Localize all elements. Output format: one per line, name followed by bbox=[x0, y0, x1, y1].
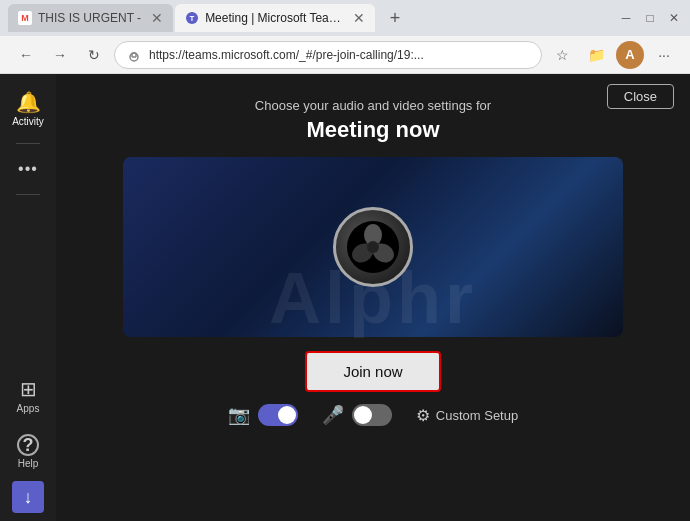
tab-gmail[interactable]: M THIS IS URGENT - ✕ bbox=[8, 4, 173, 32]
lock-icon bbox=[127, 48, 141, 62]
sidebar-divider-2 bbox=[16, 194, 40, 195]
download-button[interactable]: ↓ bbox=[12, 481, 44, 513]
activity-label: Activity bbox=[12, 116, 44, 127]
url-text: https://teams.microsoft.com/_#/pre-join-… bbox=[149, 48, 529, 62]
custom-setup-label: Custom Setup bbox=[436, 408, 518, 423]
apps-icon: ⊞ bbox=[20, 377, 37, 401]
obs-logo bbox=[333, 207, 413, 287]
download-icon: ↓ bbox=[24, 487, 33, 508]
mic-toggle-group: 🎤 bbox=[322, 404, 392, 426]
help-label: Help bbox=[18, 458, 39, 469]
custom-setup-button[interactable]: ⚙ Custom Setup bbox=[416, 406, 518, 425]
tab-teams[interactable]: T Meeting | Microsoft Teams ✕ bbox=[175, 4, 375, 32]
refresh-button[interactable]: ↻ bbox=[80, 41, 108, 69]
window-controls: ─ □ ✕ bbox=[618, 10, 682, 26]
collections-button[interactable]: 📁 bbox=[582, 41, 610, 69]
teams-content: Alphr Close Choose your audio and video … bbox=[56, 74, 690, 521]
gmail-favicon: M bbox=[18, 11, 32, 25]
camera-icon: 📷 bbox=[228, 404, 250, 426]
minimize-button[interactable]: ─ bbox=[618, 10, 634, 26]
camera-toggle[interactable] bbox=[258, 404, 298, 426]
mic-icon: 🎤 bbox=[322, 404, 344, 426]
sidebar-item-more[interactable]: ••• bbox=[4, 152, 52, 186]
meeting-title: Meeting now bbox=[306, 117, 439, 143]
tab-gmail-label: THIS IS URGENT - bbox=[38, 11, 141, 25]
teams-favicon: T bbox=[185, 11, 199, 25]
svg-text:T: T bbox=[190, 14, 195, 23]
activity-icon: 🔔 bbox=[16, 90, 41, 114]
tab-gmail-close[interactable]: ✕ bbox=[151, 10, 163, 26]
sidebar-bottom: ⊞ Apps ? Help ↓ bbox=[4, 369, 52, 513]
sidebar-item-activity[interactable]: 🔔 Activity bbox=[4, 82, 52, 135]
close-button[interactable]: Close bbox=[607, 84, 674, 109]
pre-join-screen: Alphr Close Choose your audio and video … bbox=[56, 74, 690, 521]
sidebar-item-help[interactable]: ? Help bbox=[4, 426, 52, 477]
new-tab-button[interactable]: + bbox=[381, 4, 409, 32]
sidebar-item-apps[interactable]: ⊞ Apps bbox=[4, 369, 52, 422]
prejoin-subtitle: Choose your audio and video settings for bbox=[255, 98, 491, 113]
help-icon: ? bbox=[17, 434, 39, 456]
camera-toggle-group: 📷 bbox=[228, 404, 298, 426]
join-now-button[interactable]: Join now bbox=[305, 351, 440, 392]
teams-sidebar: 🔔 Activity ••• ⊞ Apps ? Help ↓ bbox=[0, 74, 56, 521]
tab-bar: M THIS IS URGENT - ✕ T Meeting | Microso… bbox=[0, 0, 690, 36]
controls-bar: 📷 🎤 ⚙ Cust bbox=[123, 392, 623, 442]
address-bar[interactable]: https://teams.microsoft.com/_#/pre-join-… bbox=[114, 41, 542, 69]
more-button[interactable]: ··· bbox=[650, 41, 678, 69]
nav-bar: ← → ↻ https://teams.microsoft.com/_#/pre… bbox=[0, 36, 690, 74]
svg-point-8 bbox=[367, 241, 379, 253]
gear-icon: ⚙ bbox=[416, 406, 430, 425]
main-area: 🔔 Activity ••• ⊞ Apps ? Help ↓ bbox=[0, 74, 690, 521]
apps-label: Apps bbox=[17, 403, 40, 414]
video-preview bbox=[123, 157, 623, 337]
video-preview-wrapper: Choose your audio and video settings for… bbox=[56, 74, 690, 521]
sidebar-divider bbox=[16, 143, 40, 144]
close-window-button[interactable]: ✕ bbox=[666, 10, 682, 26]
forward-button[interactable]: → bbox=[46, 41, 74, 69]
tab-teams-close[interactable]: ✕ bbox=[353, 10, 365, 26]
mic-toggle-knob bbox=[354, 406, 372, 424]
mic-toggle[interactable] bbox=[352, 404, 392, 426]
profile-button[interactable]: A bbox=[616, 41, 644, 69]
more-icon: ••• bbox=[18, 160, 38, 178]
browser-window: M THIS IS URGENT - ✕ T Meeting | Microso… bbox=[0, 0, 690, 521]
favorites-button[interactable]: ☆ bbox=[548, 41, 576, 69]
back-button[interactable]: ← bbox=[12, 41, 40, 69]
camera-toggle-knob bbox=[278, 406, 296, 424]
svg-rect-3 bbox=[132, 53, 136, 57]
maximize-button[interactable]: □ bbox=[642, 10, 658, 26]
tab-teams-label: Meeting | Microsoft Teams bbox=[205, 11, 343, 25]
